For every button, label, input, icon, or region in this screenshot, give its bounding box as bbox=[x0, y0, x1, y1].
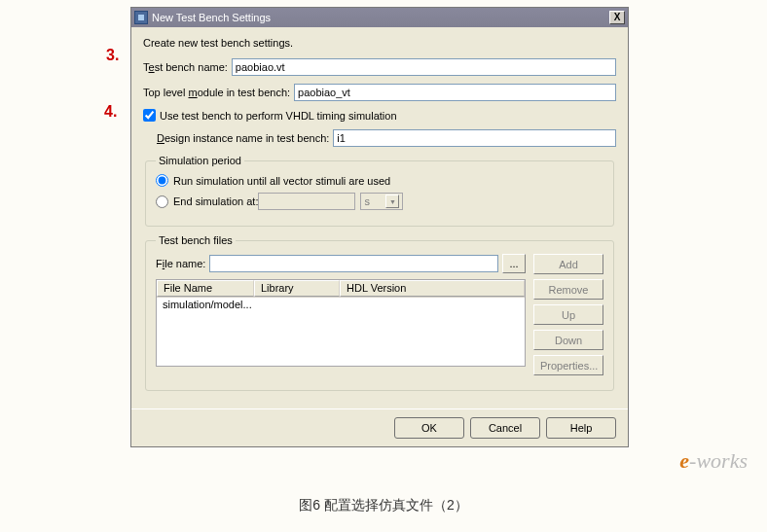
dialog-content: Create new test bench settings. Test ben… bbox=[131, 27, 628, 408]
design-instance-row: Design instance name in test bench: bbox=[157, 129, 616, 147]
help-button[interactable]: Help bbox=[546, 417, 616, 439]
annotation-3: 3. bbox=[106, 47, 119, 64]
run-until-radio-row: Run simulation until all vector stimuli … bbox=[156, 174, 603, 187]
run-until-radio[interactable] bbox=[156, 174, 168, 187]
watermark-rest: -works bbox=[689, 448, 748, 473]
cell-file-name: simulation/model... bbox=[157, 298, 254, 313]
col-hdl-version[interactable]: HDL Version bbox=[340, 280, 525, 297]
dialog-new-test-bench-settings: New Test Bench Settings X Create new tes… bbox=[130, 7, 629, 447]
watermark: e-works bbox=[679, 448, 748, 474]
top-level-module-input[interactable] bbox=[294, 84, 616, 101]
properties-button[interactable]: Properties... bbox=[533, 355, 603, 375]
test-bench-files-group: Test bench files File name: ... File Nam… bbox=[145, 234, 614, 391]
annotation-4: 4. bbox=[104, 103, 117, 121]
up-button[interactable]: Up bbox=[533, 304, 603, 325]
end-at-label: End simulation at: bbox=[173, 195, 258, 207]
test-bench-files-legend: Test bench files bbox=[156, 234, 236, 246]
test-bench-name-input[interactable] bbox=[232, 58, 616, 76]
cancel-button[interactable]: Cancel bbox=[470, 417, 540, 439]
cell-hdl-version bbox=[340, 298, 525, 313]
test-bench-name-row: Test bench name: bbox=[143, 58, 616, 76]
end-at-unit-dropdown: s ▼ bbox=[360, 193, 403, 210]
cell-library bbox=[254, 298, 340, 313]
design-instance-input[interactable] bbox=[333, 129, 616, 147]
run-until-label: Run simulation until all vector stimuli … bbox=[173, 175, 390, 187]
top-level-module-row: Top level module in test bench: bbox=[143, 84, 616, 101]
end-at-value-input bbox=[258, 193, 355, 210]
down-button[interactable]: Down bbox=[533, 330, 603, 350]
figure-caption: 图6 配置选择仿真文件（2） bbox=[0, 497, 767, 514]
files-table-header: File Name Library HDL Version bbox=[157, 280, 525, 298]
end-at-radio[interactable] bbox=[156, 195, 168, 208]
titlebar-text: New Test Bench Settings bbox=[152, 12, 609, 23]
file-name-label: File name: bbox=[156, 258, 205, 269]
instruction-text: Create new test bench settings. bbox=[143, 37, 616, 49]
use-test-bench-checkbox[interactable] bbox=[143, 109, 156, 122]
col-library[interactable]: Library bbox=[254, 280, 340, 297]
file-name-input[interactable] bbox=[209, 255, 498, 272]
add-button[interactable]: Add bbox=[533, 254, 603, 274]
end-at-unit-value: s bbox=[364, 195, 370, 207]
titlebar: New Test Bench Settings X bbox=[131, 8, 628, 27]
simulation-period-group: Simulation period Run simulation until a… bbox=[145, 155, 614, 227]
ok-button[interactable]: OK bbox=[394, 417, 464, 439]
chevron-down-icon: ▼ bbox=[385, 195, 399, 208]
table-row[interactable]: simulation/model... bbox=[157, 298, 525, 313]
design-instance-label: Design instance name in test bench: bbox=[157, 132, 329, 144]
test-bench-name-label: Test bench name: bbox=[143, 61, 228, 73]
use-test-bench-row: Use test bench to perform VHDL timing si… bbox=[143, 109, 616, 122]
app-icon bbox=[134, 11, 148, 24]
end-at-radio-row: End simulation at: s ▼ bbox=[156, 193, 603, 210]
watermark-e: e bbox=[679, 448, 689, 473]
close-button[interactable]: X bbox=[609, 11, 625, 24]
col-file-name[interactable]: File Name bbox=[157, 280, 254, 297]
dialog-buttons: OK Cancel Help bbox=[131, 408, 628, 446]
simulation-period-legend: Simulation period bbox=[156, 155, 244, 166]
use-test-bench-label: Use test bench to perform VHDL timing si… bbox=[160, 110, 397, 122]
remove-button[interactable]: Remove bbox=[533, 279, 603, 300]
browse-button[interactable]: ... bbox=[502, 254, 526, 273]
top-level-module-label: Top level module in test bench: bbox=[143, 87, 290, 98]
files-table: File Name Library HDL Version simulation… bbox=[156, 279, 526, 367]
